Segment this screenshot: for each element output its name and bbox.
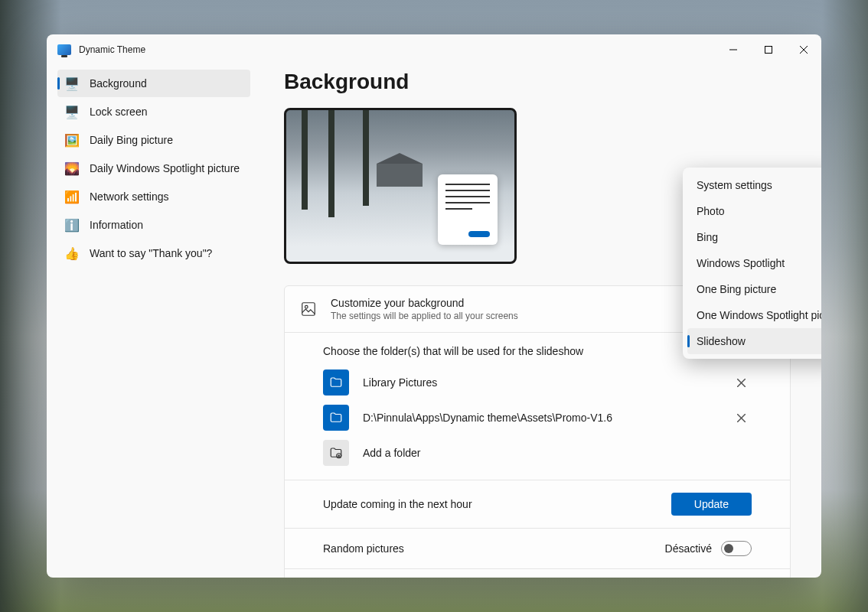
add-folder-icon bbox=[323, 440, 349, 466]
update-button[interactable]: Update bbox=[671, 493, 752, 516]
background-type-dropdown: System settings Photo Bing Windows Spotl… bbox=[683, 168, 821, 359]
spotlight-icon: 🌄 bbox=[65, 161, 79, 175]
folder-row: Library Pictures bbox=[323, 369, 752, 396]
dropdown-item-photo[interactable]: Photo bbox=[687, 198, 821, 224]
update-label: Update coming in the next hour bbox=[323, 498, 472, 510]
dropdown-item-windows-spotlight[interactable]: Windows Spotlight bbox=[687, 250, 821, 276]
dropdown-item-system-settings[interactable]: System settings bbox=[687, 172, 821, 198]
random-toggle[interactable] bbox=[721, 541, 752, 556]
sidebar-item-lockscreen[interactable]: 🖥️ Lock screen bbox=[57, 98, 250, 125]
customize-subtitle: The settings will be applied to all your… bbox=[331, 311, 518, 321]
sidebar-item-bing[interactable]: 🖼️ Daily Bing picture bbox=[57, 126, 250, 154]
desktop-icon: 🖥️ bbox=[65, 76, 79, 90]
background-preview bbox=[284, 108, 517, 264]
folder-path: Library Pictures bbox=[363, 376, 716, 389]
wifi-icon: 📶 bbox=[65, 190, 79, 203]
sidebar: 🖥️ Background 🖥️ Lock screen 🖼️ Daily Bi… bbox=[47, 65, 261, 578]
sidebar-item-label: Daily Bing picture bbox=[90, 134, 173, 146]
titlebar: Dynamic Theme bbox=[47, 34, 821, 65]
lock-icon: 🖥️ bbox=[65, 105, 79, 119]
sidebar-item-network[interactable]: 📶 Network settings bbox=[57, 183, 250, 210]
sidebar-item-spotlight[interactable]: 🌄 Daily Windows Spotlight picture bbox=[57, 155, 250, 182]
svg-rect-1 bbox=[765, 47, 772, 54]
sidebar-item-label: Background bbox=[90, 77, 147, 90]
customize-title: Customize your background bbox=[331, 297, 518, 309]
minimize-button[interactable] bbox=[716, 34, 751, 65]
folder-icon bbox=[323, 369, 349, 396]
sidebar-item-label: Daily Windows Spotlight picture bbox=[90, 162, 240, 174]
close-button[interactable] bbox=[786, 34, 821, 65]
svg-rect-4 bbox=[302, 303, 315, 316]
dropdown-item-one-bing[interactable]: One Bing picture bbox=[687, 276, 821, 302]
remove-folder-button[interactable] bbox=[730, 407, 752, 428]
random-state-label: Désactivé bbox=[665, 542, 712, 555]
random-label: Random pictures bbox=[323, 542, 404, 555]
page-title: Background bbox=[284, 70, 791, 94]
maximize-button[interactable] bbox=[751, 34, 786, 65]
add-folder-row[interactable]: Add a folder bbox=[323, 440, 752, 466]
app-title: Dynamic Theme bbox=[79, 44, 145, 55]
remove-folder-button[interactable] bbox=[730, 372, 752, 393]
add-folder-label: Add a folder bbox=[363, 447, 752, 459]
update-row: Update coming in the next hour Update bbox=[285, 480, 790, 529]
content-area: Background Customize your background The bbox=[261, 65, 821, 578]
sidebar-item-label: Want to say "Thank you"? bbox=[90, 247, 212, 259]
window-controls bbox=[716, 34, 821, 65]
picture-icon: 🖼️ bbox=[65, 133, 79, 147]
sidebar-item-info[interactable]: ℹ️ Information bbox=[57, 211, 250, 239]
preview-overlay-card bbox=[438, 174, 498, 245]
sidebar-item-label: Information bbox=[90, 219, 143, 231]
info-icon: ℹ️ bbox=[65, 218, 79, 232]
sidebar-item-label: Network settings bbox=[90, 190, 168, 203]
app-icon bbox=[57, 44, 71, 55]
thumbsup-icon: 👍 bbox=[65, 246, 79, 260]
dropdown-item-slideshow[interactable]: Slideshow bbox=[687, 328, 821, 354]
folder-icon bbox=[323, 405, 349, 431]
image-icon bbox=[300, 301, 317, 317]
sidebar-item-label: Lock screen bbox=[90, 106, 147, 118]
dropdown-item-one-spotlight[interactable]: One Windows Spotlight picture bbox=[687, 302, 821, 328]
folder-path: D:\Pinnula\Apps\Dynamic theme\Assets\Pro… bbox=[363, 412, 716, 424]
random-row: Random pictures Désactivé bbox=[285, 529, 790, 569]
sidebar-item-thankyou[interactable]: 👍 Want to say "Thank you"? bbox=[57, 239, 250, 267]
folder-row: D:\Pinnula\Apps\Dynamic theme\Assets\Pro… bbox=[323, 405, 752, 431]
app-window: Dynamic Theme 🖥️ Background 🖥️ Lock scre… bbox=[47, 34, 821, 578]
change-every-row: Change picture every... 1 hour bbox=[285, 569, 790, 578]
svg-point-5 bbox=[305, 305, 308, 308]
dropdown-item-bing[interactable]: Bing bbox=[687, 224, 821, 250]
sidebar-item-background[interactable]: 🖥️ Background bbox=[57, 70, 250, 97]
